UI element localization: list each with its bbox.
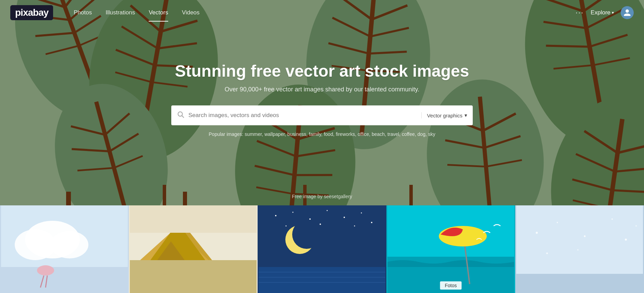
svg-rect-114 [259,267,385,293]
user-icon [623,9,631,17]
nav-vectors[interactable]: Vectors [142,7,175,19]
svg-point-127 [611,218,613,220]
hero-content: Stunning free vector art stock images Ov… [171,62,473,137]
thumb-2-image [129,205,258,293]
search-icon [177,111,184,120]
thumbnail-3[interactable] [258,205,386,293]
explore-button[interactable]: Explore ▾ [591,9,614,16]
user-avatar[interactable] [621,6,634,19]
svg-point-89 [51,231,88,258]
thumbnail-5[interactable] [515,205,644,293]
more-options-button[interactable]: ··· [575,8,584,17]
svg-rect-86 [1,267,128,293]
svg-point-104 [309,218,311,220]
svg-rect-123 [516,205,643,274]
svg-point-105 [327,210,328,211]
svg-point-130 [546,253,548,254]
svg-point-129 [577,249,579,251]
thumbnail-4-label: Fotos [440,281,461,290]
svg-rect-95 [130,260,257,293]
svg-point-88 [15,229,56,260]
svg-point-113 [292,220,321,249]
dropdown-chevron-icon: ▾ [465,112,467,118]
svg-point-90 [37,265,54,276]
svg-point-103 [293,212,294,213]
thumbnail-2[interactable] [129,205,258,293]
hero-title: Stunning free vector art stock images [171,62,473,80]
svg-point-131 [635,225,637,227]
svg-point-125 [557,222,558,223]
nav-illustrations[interactable]: Illustrations [99,7,142,19]
svg-point-102 [275,215,276,216]
svg-rect-100 [130,205,257,233]
thumb-5-image [515,205,644,293]
svg-point-126 [584,235,586,237]
svg-line-83 [182,116,184,117]
header-right: ··· Explore ▾ [575,6,634,19]
svg-rect-132 [516,274,643,293]
search-input[interactable] [188,112,421,119]
header: pixabay Photos Illustrations Vectors Vid… [0,0,644,25]
thumbnail-row: Fotos [0,205,644,293]
nav-photos[interactable]: Photos [67,7,99,19]
svg-point-106 [344,217,345,218]
image-credit: Free image by seesetgallery [292,194,352,199]
search-type-dropdown[interactable]: Vector graphics ▾ [421,112,467,118]
search-bar: Vector graphics ▾ [171,105,473,125]
thumb-1-image [0,205,129,293]
svg-point-128 [625,239,627,241]
nav-videos[interactable]: Videos [175,7,207,19]
nav: Photos Illustrations Vectors Videos [67,7,206,19]
svg-point-108 [371,222,372,223]
svg-point-124 [536,232,538,234]
thumb-3-image [258,205,386,293]
svg-point-109 [286,226,287,227]
logo[interactable]: pixabay [10,5,53,20]
svg-point-110 [320,224,321,225]
hero-subtitle: Over 90,000+ free vector art images shar… [171,86,473,93]
hero-section: pixabay Photos Illustrations Vectors Vid… [0,0,644,205]
thumbnail-4[interactable]: Fotos [386,205,515,293]
thumbnail-1[interactable] [0,205,129,293]
explore-chevron-icon: ▾ [612,10,614,15]
thumb-4-image [386,205,515,293]
svg-point-111 [354,226,355,227]
popular-tags: Popular images: summer, wallpaper, busin… [171,131,473,137]
svg-point-107 [361,213,362,214]
svg-point-121 [439,226,487,246]
